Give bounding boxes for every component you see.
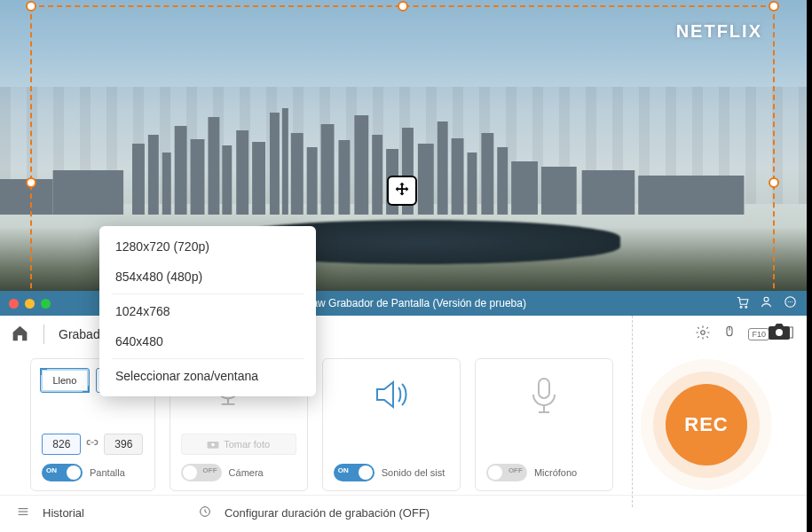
- svg-rect-14: [338, 140, 350, 215]
- record-label: REC: [684, 413, 728, 436]
- svg-point-36: [790, 301, 791, 302]
- svg-rect-24: [497, 147, 508, 215]
- svg-rect-10: [282, 108, 288, 215]
- svg-rect-16: [372, 135, 382, 215]
- cart-icon[interactable]: [735, 294, 750, 312]
- microphone-icon: [521, 373, 567, 419]
- toggle-on-label: ON: [338, 466, 349, 474]
- maximize-window-button[interactable]: [41, 299, 51, 309]
- mouse-icon[interactable]: [721, 325, 737, 344]
- chat-icon[interactable]: [783, 294, 798, 312]
- svg-rect-9: [270, 113, 280, 215]
- mic-toggle[interactable]: OFF: [486, 464, 527, 481]
- svg-rect-20: [438, 121, 448, 215]
- svg-rect-27: [582, 170, 635, 215]
- clock-icon[interactable]: [198, 505, 212, 521]
- list-icon[interactable]: [16, 505, 30, 521]
- width-input[interactable]: [42, 434, 81, 455]
- panel-sound: ON Sonido del sist: [322, 358, 461, 491]
- menu-separator: [112, 293, 304, 294]
- link-icon[interactable]: [86, 436, 99, 452]
- resolution-dropdown: 1280x720 (720p) 854x480 (480p) 1024x768 …: [99, 226, 316, 396]
- watermark-text: NETFLIX: [676, 21, 762, 42]
- divider: [43, 325, 44, 344]
- svg-rect-25: [511, 161, 538, 215]
- svg-rect-30: [638, 176, 744, 215]
- svg-rect-19: [418, 144, 434, 215]
- display-toggle[interactable]: ON: [42, 464, 83, 481]
- footer: Historial Configurar duración de grabaci…: [0, 495, 807, 530]
- svg-rect-4: [191, 139, 205, 215]
- select-area-option[interactable]: Seleccionar zona/ventana: [99, 361, 316, 391]
- screenshot-icon[interactable]: [768, 323, 791, 344]
- duration-link[interactable]: Configurar duración de grabación (OFF): [225, 506, 430, 520]
- svg-rect-28: [53, 170, 123, 215]
- mic-toggle-label: Micrófono: [534, 467, 577, 478]
- take-photo-button[interactable]: Tomar foto: [181, 434, 296, 455]
- record-button[interactable]: REC: [666, 384, 747, 466]
- record-area: REC: [627, 358, 785, 491]
- minimize-window-button[interactable]: [25, 299, 35, 309]
- svg-rect-48: [539, 379, 549, 398]
- svg-rect-2: [162, 153, 171, 215]
- camera-toggle-label: Cámera: [229, 467, 264, 478]
- dimension-inputs: [42, 434, 143, 455]
- display-toggle-label: Pantalla: [90, 467, 125, 478]
- svg-rect-6: [222, 145, 232, 215]
- svg-rect-23: [481, 133, 493, 215]
- svg-rect-5: [208, 117, 219, 215]
- mode-full-label: Lleno: [52, 375, 76, 386]
- resolution-option[interactable]: 1024x768: [99, 296, 316, 326]
- separator: [632, 316, 633, 507]
- svg-rect-0: [132, 144, 145, 215]
- svg-point-33: [764, 297, 769, 301]
- svg-rect-3: [175, 126, 187, 215]
- panel-microphone: OFF Micrófono: [475, 358, 613, 491]
- svg-point-35: [788, 301, 789, 302]
- camera-toggle[interactable]: OFF: [181, 464, 222, 481]
- height-input[interactable]: [104, 434, 143, 455]
- svg-rect-8: [252, 142, 265, 215]
- svg-rect-7: [236, 130, 248, 215]
- handle-top-right[interactable]: [769, 1, 779, 12]
- hotkey-badge[interactable]: F10: [748, 328, 769, 340]
- toggle-on-label: ON: [46, 466, 57, 474]
- close-window-button[interactable]: [9, 299, 19, 309]
- history-link[interactable]: Historial: [43, 506, 84, 520]
- resolution-option[interactable]: 640x480: [99, 326, 316, 356]
- sound-toggle-label: Sonido del sist: [382, 467, 445, 478]
- svg-rect-11: [291, 133, 304, 215]
- sound-toggle[interactable]: ON: [334, 464, 374, 481]
- svg-point-38: [701, 331, 706, 335]
- resolution-option[interactable]: 1280x720 (720p): [99, 231, 316, 262]
- svg-point-47: [211, 443, 215, 447]
- handle-top-left[interactable]: [26, 1, 36, 12]
- mode-full-button[interactable]: Lleno: [40, 368, 90, 393]
- take-photo-label: Tomar foto: [224, 439, 270, 450]
- resolution-option[interactable]: 854x480 (480p): [99, 262, 316, 292]
- speaker-icon: [368, 373, 414, 419]
- svg-rect-26: [541, 167, 577, 215]
- menu-separator: [112, 358, 304, 359]
- right-margin: [807, 0, 812, 291]
- toggle-off-label: OFF: [203, 466, 217, 474]
- svg-point-43: [776, 329, 783, 336]
- svg-rect-13: [321, 124, 335, 215]
- svg-rect-21: [452, 138, 464, 215]
- svg-rect-15: [354, 115, 368, 215]
- viewport: NETFLIX FonePaw Grabador de Pantalla (Ve…: [0, 0, 812, 532]
- svg-rect-22: [468, 153, 477, 215]
- svg-point-32: [745, 306, 747, 308]
- handle-top-mid[interactable]: [398, 1, 408, 12]
- gear-icon[interactable]: [695, 325, 711, 344]
- toggle-off-label: OFF: [508, 466, 523, 474]
- move-handle-icon[interactable]: [387, 176, 417, 206]
- home-icon[interactable]: [11, 324, 29, 346]
- user-icon[interactable]: [759, 294, 774, 312]
- handle-mid-right[interactable]: [769, 177, 779, 188]
- svg-rect-12: [307, 147, 318, 215]
- svg-point-31: [740, 306, 742, 308]
- svg-rect-1: [148, 135, 159, 215]
- svg-point-37: [792, 301, 792, 302]
- handle-mid-left[interactable]: [26, 177, 36, 188]
